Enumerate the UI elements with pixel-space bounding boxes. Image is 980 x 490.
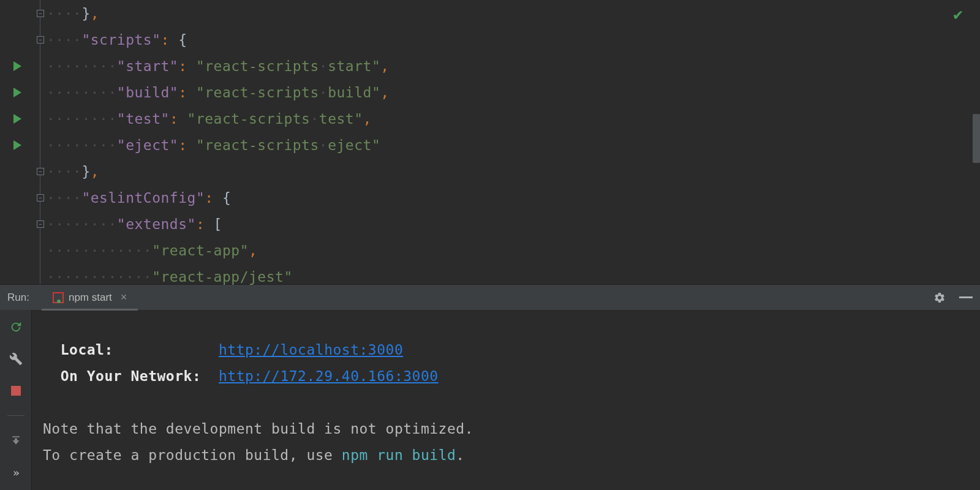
console-output[interactable]: Local: http://localhost:3000 On Your Net…	[32, 310, 980, 490]
network-url-link[interactable]: http://172.29.40.166:3000	[219, 368, 439, 384]
stop-button[interactable]	[9, 383, 23, 398]
code-line[interactable]: ········"test": "react-scripts·test",	[47, 105, 980, 132]
fold-toggle-icon[interactable]: −	[37, 194, 44, 202]
more-button[interactable]: »	[9, 465, 23, 480]
code-line[interactable]: ············"react-app/jest"	[47, 263, 980, 290]
code-line[interactable]: ············"react-app",	[47, 237, 980, 263]
run-gutter-icon[interactable]	[13, 114, 21, 124]
scroll-to-end-button[interactable]	[9, 433, 23, 448]
run-gutter-icon[interactable]	[13, 88, 21, 97]
local-label: Local:	[61, 342, 113, 358]
local-url-link[interactable]: http://localhost:3000	[219, 342, 403, 358]
rerun-button[interactable]	[9, 320, 23, 334]
hide-panel-icon[interactable]	[959, 296, 973, 298]
note-line-1: Note that the development build is not o…	[43, 416, 980, 442]
code-area[interactable]: ····},····"scripts": {········"start": "…	[47, 0, 980, 284]
code-line[interactable]: ····},	[47, 158, 980, 184]
toolbar-separator	[7, 415, 24, 416]
code-line[interactable]: ····},	[47, 0, 980, 26]
code-editor[interactable]: ✔ −−−−− ····},····"scripts": {········"s…	[0, 0, 980, 284]
network-label: On Your Network:	[61, 368, 202, 384]
fold-toggle-icon[interactable]: −	[37, 168, 44, 175]
code-line[interactable]: ····"eslintConfig": {	[47, 184, 980, 211]
run-panel-label: Run:	[7, 292, 29, 304]
code-line[interactable]: ········"start": "react-scripts·start",	[47, 53, 980, 79]
note-line-2a: To create a production build, use	[43, 447, 342, 463]
run-gutter-icon[interactable]	[13, 61, 21, 71]
settings-icon[interactable]	[933, 292, 946, 304]
code-line[interactable]: ········"eject": "react-scripts·eject"	[47, 132, 980, 158]
code-line[interactable]: ····"scripts": {	[47, 26, 980, 53]
code-line[interactable]: ········"build": "react-scripts·build",	[47, 79, 980, 105]
edit-config-button[interactable]	[9, 352, 23, 366]
run-tab-npm-start[interactable]: npm start ×	[42, 285, 138, 310]
fold-toggle-icon[interactable]: −	[37, 10, 44, 17]
close-tab-icon[interactable]: ×	[121, 291, 127, 304]
fold-toggle-icon[interactable]: −	[37, 221, 44, 228]
run-gutter-icon[interactable]	[13, 140, 21, 150]
run-panel-body: » Local: http://localhost:3000 On Your N…	[0, 310, 980, 490]
run-toolbar: »	[0, 310, 32, 490]
fold-column: −−−−−	[34, 0, 47, 284]
fold-toggle-icon[interactable]: −	[37, 36, 44, 43]
npm-icon	[53, 292, 64, 303]
code-line[interactable]: ········"extends": [	[47, 211, 980, 237]
run-tab-title: npm start	[69, 292, 112, 304]
editor-gutter	[0, 0, 34, 284]
build-command: npm run build	[342, 447, 456, 463]
